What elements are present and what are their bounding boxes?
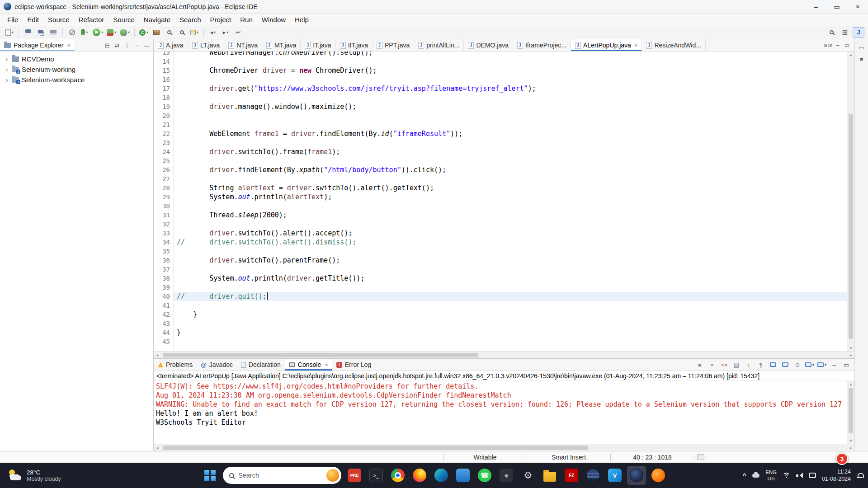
code-line-35[interactable] [174,247,847,256]
taskbar-app-dark-tool[interactable]: ◆ [497,466,516,485]
code-line-43[interactable] [174,319,847,328]
expand-arrow-icon[interactable]: › [5,55,9,63]
remove-launch-button[interactable]: × [706,359,718,370]
code-line-25[interactable] [174,156,847,165]
editor-tab-ppt-java[interactable]: JPPT.java [373,39,414,51]
link-with-editor-button[interactable]: ⇄ [113,41,122,50]
code-line-31[interactable]: Thread.sleep(2000); [174,211,847,220]
minimize-view-button[interactable]: – [132,41,142,50]
notification-count-badge[interactable]: 3 [836,453,848,465]
code-line-13[interactable]: WebDriverManager.chromedriver().setup(); [174,52,847,57]
code-line-40[interactable]: // driver.quit(); [174,292,847,301]
tray-app-icon[interactable] [752,474,760,478]
external-tools-button[interactable]: ▾ [118,27,131,38]
menu-source-2[interactable]: Source [43,14,74,26]
code-line-42[interactable]: } [174,310,847,319]
taskbar-app-pre[interactable]: PRE [345,466,364,485]
editor-tab-nt-java[interactable]: JNT.java [224,39,262,51]
java-perspective-button[interactable]: J [853,27,864,38]
editor-horizontal-scrollbar[interactable]: ◂ ▸ [154,351,854,358]
remove-all-launches-button[interactable]: ×× [718,359,730,370]
open-perspective-button[interactable]: ⊞ [839,27,851,38]
save-button[interactable] [22,27,34,38]
taskbar-app-chrome[interactable] [388,466,407,485]
editor-tab-mt-java[interactable]: JMT.java [262,39,301,51]
external-annotations-button[interactable]: ▾ [189,27,200,38]
close-tab-icon[interactable]: × [634,42,638,49]
print-button[interactable] [47,27,59,38]
scroll-lock-button[interactable]: ↕ [743,359,755,370]
debug-button[interactable]: ▾ [79,27,90,38]
code-line-41[interactable] [174,301,847,310]
editor-tab-resizeandwid-[interactable]: JResizeAndWid... [642,39,705,51]
code-line-32[interactable] [174,220,847,229]
code-line-34[interactable]: // driver.switchTo().alert().dismiss(); [174,238,847,247]
console-vscroll-thumb[interactable] [849,388,853,433]
code-line-45[interactable] [174,337,847,346]
code-line-44[interactable]: } [174,328,847,337]
menu-help-10[interactable]: Help [290,14,313,26]
open-type-button[interactable] [163,27,175,38]
code-line-28[interactable]: String alertText = driver.switchTo().ale… [174,183,847,192]
console-vertical-scrollbar[interactable]: ▴ ▾ [847,381,854,444]
code-line-15[interactable]: ChromeDriver driver = new ChromeDriver()… [174,66,847,75]
language-indicator[interactable]: ENG US [765,469,777,482]
code-line-30[interactable] [174,202,847,211]
battery-icon[interactable] [809,473,816,478]
code-line-39[interactable] [174,283,847,292]
maximize-editor-button[interactable]: ▭ [843,41,851,49]
scroll-left-icon[interactable]: ◂ [154,352,161,358]
wifi-icon[interactable] [783,473,790,479]
editor-tab-a-java[interactable]: JA.java [154,39,188,51]
editor-tab-lt-java[interactable]: JLT.java [188,39,224,51]
code-line-22[interactable]: WebElement frame1 = driver.findElement(B… [174,129,847,138]
editor-tab-demo-java[interactable]: JDEMO.java [464,39,513,51]
weather-widget[interactable]: 28°C Mostly cloudy [5,463,65,488]
console-hscroll-thumb[interactable] [163,446,588,450]
console-output[interactable]: SLF4J(W): See https://www.slf4j.org/code… [154,381,847,444]
code-line-27[interactable] [174,174,847,183]
last-edit-location-button[interactable]: ↩ [232,27,244,38]
outline-view-button[interactable]: ≡ [857,55,866,64]
tree-item-rcvdemo[interactable]: ›RCVDemo [0,54,153,64]
word-wrap-button[interactable]: ¶ [755,359,767,370]
code-line-20[interactable] [174,111,847,120]
menu-source-4[interactable]: Source [108,14,139,26]
input-mode-status[interactable]: Smart Insert [527,454,610,461]
editor-tab-iframeprojec-[interactable]: JIframeProjec... [513,39,571,51]
tab-javadoc[interactable]: @Javadoc [197,359,237,371]
code-line-26[interactable]: driver.findElement(By.xpath("/html/body/… [174,165,847,174]
new-java-class-button[interactable]: C▾ [138,27,150,38]
code-line-37[interactable] [174,265,847,274]
editor-tab-printalllin-[interactable]: JprintAllLin... [414,39,464,51]
tree-item-selenium-working[interactable]: ›JSelenium-working [0,64,153,75]
view-menu-button[interactable]: ⋮ [123,41,132,50]
close-tab-icon[interactable]: × [325,361,328,368]
menu-file-0[interactable]: File [3,14,23,26]
tab-console[interactable]: Console× [285,359,332,371]
tree-item-selenium-workspace[interactable]: ›JSelenium-workspace [0,75,153,85]
console-horizontal-scrollbar[interactable]: ◂ ▸ [154,444,854,451]
menu-window-9[interactable]: Window [257,14,290,26]
restore-view-button[interactable]: ▭ [857,43,866,52]
tab-overflow-button[interactable]: »10 [824,42,832,49]
code-line-19[interactable]: driver.manage().window().maximize(); [174,102,847,111]
close-window-button[interactable]: × [847,0,868,13]
menu-edit-1[interactable]: Edit [23,14,43,26]
tab-error-log[interactable]: !Error Log [332,359,375,371]
volume-icon[interactable] [796,473,803,479]
code-editor[interactable]: 1314151617181920212223242526272829303132… [154,52,854,351]
code-line-21[interactable] [174,120,847,129]
taskbar-app-eclipse[interactable] [627,466,646,485]
code-line-18[interactable] [174,93,847,102]
close-view-icon[interactable]: × [67,42,71,49]
maximize-window-button[interactable]: ▭ [826,0,847,13]
code-line-24[interactable]: driver.switchTo().frame(frame1); [174,147,847,156]
taskbar-app-terminal[interactable]: >_ [367,466,386,485]
clear-console-button[interactable]: ▤ [731,359,742,370]
console-hscroll-track[interactable] [161,444,847,451]
editor-vscroll-thumb[interactable] [849,114,853,339]
forward-button[interactable]: ▸▾ [220,27,231,38]
editor-tab-it-java[interactable]: JIT.java [301,39,335,51]
new-wizard-button[interactable]: ▾ [4,27,15,38]
